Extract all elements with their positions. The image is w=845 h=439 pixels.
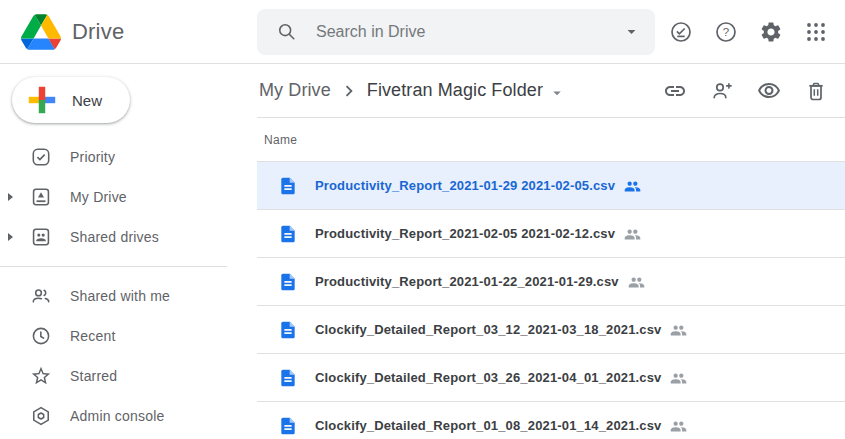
sidebar: New Priority My Drive Shared drives Shar…	[0, 64, 257, 439]
file-row[interactable]: Clockify_Detailed_Report_03_26_2021-04_0…	[257, 354, 845, 402]
sidebar-item-shared-with-me[interactable]: Shared with me	[0, 276, 257, 316]
preview-icon[interactable]	[757, 79, 781, 103]
file-name: Clockify_Detailed_Report_03_26_2021-04_0…	[315, 370, 661, 385]
plus-icon	[25, 83, 59, 117]
sidebar-item-label: Priority	[70, 149, 115, 165]
main-content: My Drive Fivetran Magic Folder Name Prod…	[257, 64, 845, 439]
google-apps-icon[interactable]	[804, 20, 828, 44]
sidebar-item-label: Recent	[70, 328, 116, 344]
csv-file-icon	[278, 272, 298, 292]
drive-triangle-icon	[21, 14, 61, 50]
new-button-label: New	[72, 92, 102, 109]
product-name: Drive	[72, 19, 124, 45]
sidebar-item-admin-console[interactable]: Admin console	[0, 396, 257, 436]
expand-caret-icon[interactable]	[8, 233, 13, 241]
new-button[interactable]: New	[12, 77, 130, 123]
breadcrumb-parent[interactable]: My Drive	[259, 80, 331, 101]
csv-file-icon	[278, 224, 298, 244]
search-input[interactable]	[314, 22, 622, 42]
sidebar-item-icon	[30, 285, 52, 307]
drive-logo[interactable]: Drive	[0, 14, 257, 50]
sidebar-item-icon	[30, 226, 52, 248]
file-row[interactable]: Clockify_Detailed_Report_03_12_2021-03_1…	[257, 306, 845, 354]
sidebar-item-label: Starred	[70, 368, 117, 384]
shared-people-icon	[670, 370, 687, 387]
sidebar-item-icon	[30, 325, 52, 347]
shared-people-icon	[670, 418, 687, 435]
folder-toolbar	[663, 79, 828, 103]
add-people-icon[interactable]	[710, 79, 734, 103]
file-row[interactable]: Productivity_Report_2021-02-05 2021-02-1…	[257, 210, 845, 258]
csv-file-icon	[278, 320, 298, 340]
sidebar-item-recent[interactable]: Recent	[0, 316, 257, 356]
search-icon	[276, 21, 297, 42]
csv-file-icon	[278, 416, 298, 436]
file-name: Productivity_Report_2021-01-22_2021-01-2…	[315, 274, 619, 289]
sidebar-item-my-drive[interactable]: My Drive	[0, 177, 257, 217]
search-options-caret-icon[interactable]	[622, 22, 641, 41]
chevron-right-icon	[338, 80, 360, 102]
file-name: Clockify_Detailed_Report_03_12_2021-03_1…	[315, 322, 661, 337]
topbar-actions	[669, 20, 845, 44]
help-icon[interactable]	[714, 20, 738, 44]
sidebar-item-label: Shared drives	[70, 229, 159, 245]
file-list: Productivity_Report_2021-01-29 2021-02-0…	[257, 162, 845, 439]
sidebar-item-starred[interactable]: Starred	[0, 356, 257, 396]
csv-file-icon	[278, 176, 298, 196]
name-column-header[interactable]: Name	[257, 118, 845, 162]
offline-ready-icon[interactable]	[669, 20, 693, 44]
breadcrumb: My Drive Fivetran Magic Folder	[257, 64, 845, 118]
sidebar-item-label: My Drive	[70, 189, 127, 205]
settings-icon[interactable]	[759, 20, 783, 44]
sidebar-nav: Priority My Drive Shared drives Shared w…	[0, 137, 257, 436]
file-row[interactable]: Clockify_Detailed_Report_01_08_2021-01_1…	[257, 402, 845, 439]
file-name: Productivity_Report_2021-02-05 2021-02-1…	[315, 226, 615, 241]
file-row[interactable]: Productivity_Report_2021-01-29 2021-02-0…	[257, 162, 845, 210]
shared-people-icon	[624, 178, 641, 195]
file-name: Clockify_Detailed_Report_01_08_2021-01_1…	[315, 418, 661, 433]
sidebar-item-icon	[30, 365, 52, 387]
delete-icon[interactable]	[804, 79, 828, 103]
sidebar-item-label: Admin console	[70, 408, 164, 424]
sidebar-item-icon	[30, 186, 52, 208]
top-bar: Drive	[0, 0, 845, 64]
file-row[interactable]: Productivity_Report_2021-01-22_2021-01-2…	[257, 258, 845, 306]
sidebar-item-icon	[30, 405, 52, 427]
expand-caret-icon[interactable]	[8, 193, 13, 201]
sidebar-item-icon	[30, 146, 52, 168]
sidebar-item-priority[interactable]: Priority	[0, 137, 257, 177]
name-column-label: Name	[264, 133, 297, 147]
breadcrumb-current[interactable]: Fivetran Magic Folder	[367, 80, 543, 101]
shared-people-icon	[670, 322, 687, 339]
folder-menu-caret-icon[interactable]	[548, 84, 566, 102]
csv-file-icon	[278, 368, 298, 388]
shared-people-icon	[624, 226, 641, 243]
file-name: Productivity_Report_2021-01-29 2021-02-0…	[315, 178, 615, 193]
sidebar-item-label: Shared with me	[70, 288, 170, 304]
get-link-icon[interactable]	[663, 79, 687, 103]
sidebar-item-shared-drives[interactable]: Shared drives	[0, 217, 257, 257]
search-bar[interactable]	[257, 9, 655, 55]
sidebar-divider	[0, 266, 227, 267]
shared-people-icon	[628, 274, 645, 291]
